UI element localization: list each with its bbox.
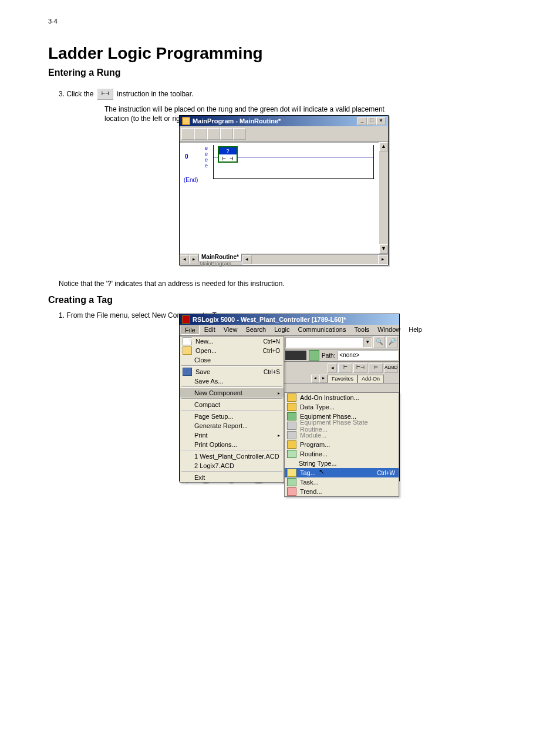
menu-item-close[interactable]: Close <box>180 355 284 365</box>
controller-status-icon <box>285 351 306 360</box>
menu-item-recent-2[interactable]: 2 Logix7.ACD <box>180 461 284 470</box>
menu-window[interactable]: Window <box>374 325 404 335</box>
edit-flags: e e e e <box>205 145 208 169</box>
rslogix-window: RSLogix 5000 - West_Plant_Controller [17… <box>179 314 400 483</box>
menu-communications[interactable]: Communications <box>295 325 350 335</box>
label: 1 West_Plant_Controller.ACD <box>194 453 280 460</box>
minimize-button[interactable]: _ <box>357 117 367 125</box>
label: Exit <box>194 474 280 481</box>
xic-address-placeholder: ? <box>219 147 237 154</box>
scroll-down-button[interactable]: ▼ <box>379 244 388 254</box>
titlebar[interactable]: MainProgram - MainRoutine* _ □ × <box>180 116 388 126</box>
inst-btn-rung[interactable]: ⊢ <box>338 364 352 373</box>
routine-icon <box>287 450 296 458</box>
menu-item-print[interactable]: Print <box>180 430 284 440</box>
task-icon <box>287 478 296 486</box>
tab-addon[interactable]: Add-On <box>357 375 384 383</box>
toolbar-button[interactable] <box>181 128 194 140</box>
titlebar[interactable]: RSLogix 5000 - West_Plant_Controller [17… <box>180 314 399 325</box>
toolbar-button[interactable] <box>220 128 233 140</box>
tab-nav-left[interactable]: ◂ <box>311 375 319 383</box>
label: 2 Logix7.ACD <box>194 462 280 469</box>
toolbar-button[interactable] <box>207 128 220 140</box>
menu-search[interactable]: Search <box>242 325 269 335</box>
xic-instruction-selected[interactable]: ? ⊢ ⊣ <box>218 146 238 163</box>
menu-item-new[interactable]: New... Ctrl+N <box>180 337 284 346</box>
vertical-scrollbar[interactable]: ▲ ▼ <box>379 142 388 254</box>
menu-item-print-options[interactable]: Print Options... <box>180 440 284 449</box>
window-icon <box>182 117 190 125</box>
inst-btn-level[interactable]: ⊨ <box>369 364 383 373</box>
save-icon <box>183 368 192 376</box>
menu-item-generate-report[interactable]: Generate Report... <box>180 421 284 430</box>
menu-item-open[interactable]: Open... Ctrl+O <box>180 346 284 355</box>
toolbar-button[interactable] <box>233 128 246 140</box>
maximize-button[interactable]: □ <box>367 117 376 125</box>
horizontal-scrollbar[interactable]: ◂ ▸ <box>242 254 388 265</box>
subsection-heading: Entering a Rung <box>48 68 121 78</box>
scroll-right-button[interactable]: ▸ <box>378 255 387 264</box>
menu-bar: File Edit View Search Logic Communicatio… <box>180 325 399 336</box>
close-button[interactable]: × <box>376 117 386 125</box>
tab-nav-right[interactable]: ▸ <box>319 375 328 383</box>
dropdown-button[interactable]: ▾ <box>363 338 372 347</box>
submenu-tag[interactable]: Tag... Ctrl+W <box>285 468 399 477</box>
submenu-trend[interactable]: Trend... <box>285 487 399 496</box>
find-next-button[interactable]: 🔎 <box>386 337 398 348</box>
open-icon <box>183 346 192 355</box>
find-button[interactable]: 🔍 <box>373 337 385 348</box>
blank-icon <box>183 453 191 460</box>
label: Task... <box>300 479 395 486</box>
tab-favorites[interactable]: Favorites <box>328 375 357 383</box>
submenu-routine[interactable]: Routine... <box>285 449 399 459</box>
menu-item-save-as[interactable]: Save As... <box>180 376 284 386</box>
trend-icon <box>287 487 296 496</box>
address-combo[interactable]: ▾ <box>285 337 372 348</box>
label: Generate Report... <box>194 422 280 429</box>
submenu-phase-state-routine: Equipment Phase State Routine... <box>285 421 399 430</box>
notice-text: Notice that the '?' indicates that an ad… <box>59 280 285 288</box>
submenu-string-type[interactable]: String Type... <box>285 459 399 468</box>
menu-edit[interactable]: Edit <box>201 325 219 335</box>
menu-file[interactable]: File <box>181 325 200 335</box>
inst-btn-almd[interactable]: ALMD <box>384 364 398 373</box>
menu-item-recent-1[interactable]: 1 West_Plant_Controller.ACD <box>180 452 284 461</box>
ladder-canvas[interactable]: 0 e e e e ? ⊢ ⊣ (End) <box>180 142 379 254</box>
menu-tools[interactable]: Tools <box>350 325 373 335</box>
path-value[interactable]: <none> <box>338 351 398 360</box>
scroll-left-button[interactable]: ◂ <box>242 255 252 264</box>
label: Tag... <box>300 469 373 476</box>
menu-help[interactable]: Help <box>405 325 426 335</box>
menu-item-new-component[interactable]: New Component <box>180 388 284 398</box>
label: New Component <box>194 389 272 396</box>
scroll-up-button[interactable]: ▲ <box>379 142 388 152</box>
submenu-data-type[interactable]: Data Type... <box>285 402 399 412</box>
label: Print Options... <box>194 441 280 448</box>
tab-nav-prev[interactable]: ▸ <box>189 255 198 264</box>
menu-item-exit[interactable]: Exit <box>180 473 284 482</box>
label: Add-On Instruction... <box>300 394 395 401</box>
inst-btn-branch[interactable]: ⊢⊣ <box>353 364 367 373</box>
tab-mainroutine[interactable]: MainRoutine* <box>198 253 242 261</box>
menu-item-compact[interactable]: Compact <box>180 400 284 409</box>
toolbar-button[interactable] <box>194 128 207 140</box>
menu-logic[interactable]: Logic <box>271 325 293 335</box>
blank-icon <box>183 389 191 396</box>
aoi-icon <box>287 393 296 402</box>
new-icon <box>183 337 192 345</box>
submenu-program[interactable]: Program... <box>285 440 399 449</box>
menu-item-page-setup[interactable]: Page Setup... <box>180 412 284 421</box>
submenu-add-on-instruction[interactable]: Add-On Instruction... <box>285 393 399 402</box>
inst-nav-left[interactable]: ◂ <box>328 364 337 373</box>
submenu-task[interactable]: Task... <box>285 477 399 487</box>
tag-icon <box>287 469 296 477</box>
menu-item-save[interactable]: Save Ctrl+S <box>180 367 284 376</box>
blank-icon <box>183 378 191 385</box>
equipment-phase-icon <box>287 412 296 420</box>
menu-view[interactable]: View <box>220 325 241 335</box>
tab-nav-first[interactable]: ◂ <box>180 255 189 264</box>
label: Save <box>195 368 260 375</box>
blank-icon <box>183 462 191 469</box>
end-rung-label: (End) <box>184 177 198 183</box>
refresh-icon[interactable] <box>309 350 319 361</box>
